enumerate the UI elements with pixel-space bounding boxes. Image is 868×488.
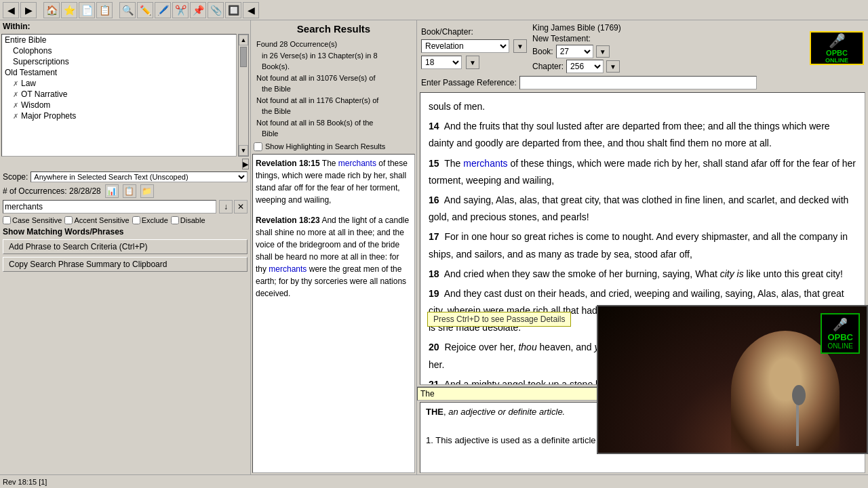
case-sensitive-checkbox[interactable] [3,216,11,224]
tree-item-colophons[interactable]: Colophons [2,45,236,56]
phrase-clear-btn[interactable]: ✕ [234,200,248,214]
occ-btn2[interactable]: 📋 [123,184,136,198]
case-sensitive-label[interactable]: Case Sensitive [3,216,62,224]
tree-item-entire-bible[interactable]: Entire Bible [2,35,236,45]
tree-scroll-track [239,45,248,145]
add-phrase-button[interactable]: Add Phrase to Search Criteria (Ctrl+P) [3,239,248,254]
video-opbc-badge: 🎤 OPBC ONLINE [821,313,860,354]
occurrences-text: # of Occurrences: 28/28/28 [3,186,101,196]
verse-14: 14 And the fruits that thy soul lusted a… [429,118,856,152]
book-dropdown-btn[interactable]: ▼ [513,39,527,53]
def-pos: an adjective or definite article. [448,407,565,417]
tree-scroll-thumb[interactable] [240,47,247,67]
tree-scroll-up[interactable]: ▲ [239,35,248,45]
verse-18: 18 And cried when they saw the smoke of … [429,266,856,283]
passage-ref-input[interactable] [519,76,757,89]
pencil-button[interactable]: ✏️ [137,2,153,18]
verse-15-merchants-link[interactable]: merchants [463,158,507,169]
show-highlighting-checkbox[interactable] [254,142,262,151]
results-stats: Found 28 Occurrence(s) in 26 Verse(s) in… [251,37,416,141]
phrase-sort-btn[interactable]: ↓ [219,200,233,214]
stat-8: Not found at all in 58 Book(s) of the [256,117,411,129]
pen-button[interactable]: 🖊️ [155,2,171,18]
stat-9: Bible [262,128,411,140]
result-link-merchants-2[interactable]: merchants [269,264,307,274]
exclude-label[interactable]: Exclude [132,216,168,224]
chapter-select[interactable]: 18 [421,56,462,69]
book-chapter-row: Book/Chapter: [421,27,527,37]
passage-ref-row: Enter Passage Reference: [421,76,864,89]
occ-btn1[interactable]: 📊 [105,184,119,198]
book-chapter-area: Book/Chapter: Revelation ▼ 18 [421,27,527,69]
verse-text-17: For in one hour so great riches is come … [429,231,848,259]
highlight-button[interactable]: ✂️ [172,2,189,18]
tree-item-law[interactable]: ✗Law [2,78,236,89]
result-ref-1[interactable]: Revelation 18:15 [256,159,320,168]
book-chapter-label: Book/Chapter: [421,27,473,37]
book-num-dropdown[interactable]: ▼ [596,45,610,58]
tree-item-old-testament[interactable]: Old Testament [2,67,236,78]
doc-button[interactable]: 📄 [79,2,95,18]
exclude-checkbox[interactable] [132,216,140,224]
link-button[interactable]: 📎 [208,2,224,18]
verse-num-21: 21 [429,379,439,385]
tree-item-wisdom[interactable]: ✗Wisdom [2,100,236,110]
arrow-button[interactable]: ◀ [243,2,259,18]
forward-button[interactable]: ▶ [20,2,37,18]
right-header: Book/Chapter: Revelation ▼ 18 [417,20,868,92]
tree-list[interactable]: Entire Bible Colophons Superscriptions O… [1,34,237,157]
clipboard-button[interactable]: 📋 [96,2,113,18]
tooltip-text: Press Ctrl+D to see Passage Details [433,314,565,324]
opbc-logo-container: 🎤 OPBC ONLINE [810,31,864,65]
tree-item-ot-narrative[interactable]: ✗OT Narrative [2,89,236,100]
verse-num-17: 17 [429,231,439,242]
pin-button[interactable]: 📌 [190,2,206,18]
book-select-row: Revelation ▼ [421,39,527,53]
result-ref-2[interactable]: Revelation 18:23 [256,216,320,225]
phrase-input[interactable] [3,200,216,214]
book-select[interactable]: Revelation [421,39,509,53]
tree-scroll-down[interactable]: ▼ [239,145,248,156]
verse-intro-text: souls of men. [429,101,485,112]
verse-16: 16 And saying, Alas, alas, that great ci… [429,192,856,226]
status-bar: Rev 18:15 [1] [0,474,868,488]
verse-num-16: 16 [429,195,439,205]
verse-num-20: 20 [429,342,439,352]
results-panel: Search Results Found 28 Occurrence(s) in… [251,20,417,474]
passage-details-tooltip: Press Ctrl+D to see Passage Details [427,312,571,327]
result-link-merchants-1[interactable]: merchants [338,159,376,168]
tree-scrollbar[interactable]: ▲ ▼ [238,34,249,157]
search-button[interactable]: 🔍 [119,2,136,18]
book-number-select[interactable]: 27 [556,45,593,58]
results-scroll[interactable]: Revelation 18:15 The merchants of these … [252,154,415,474]
tree-item-superscriptions[interactable]: Superscriptions [2,56,236,67]
back-button[interactable]: ◀ [3,2,19,18]
expand-arrow-btn[interactable]: ▶ [242,159,249,169]
chapter-num-dropdown[interactable]: ▼ [606,60,620,73]
matching-words-row: Show Matching Words/Phrases [0,226,250,238]
verse-num-14: 14 [429,121,439,131]
verse-text-14: And the fruits that thy soul lusted afte… [429,121,830,148]
tree-container: Entire Bible Colophons Superscriptions O… [0,33,250,158]
accent-sensitive-text: Accent Sensitive [74,216,129,224]
within-label: Within: [0,20,250,33]
accent-sensitive-label[interactable]: Accent Sensitive [64,216,129,224]
disable-checkbox[interactable] [171,216,179,224]
accent-sensitive-checkbox[interactable] [64,216,73,224]
box-button[interactable]: 🔲 [225,2,241,18]
disable-label[interactable]: Disable [171,216,205,224]
verse-num-18: 18 [429,268,439,279]
verse-17: 17 For in one hour so great riches is co… [429,228,856,262]
chapter-full-select[interactable]: 256 [566,60,604,73]
chapter-dropdown-btn[interactable]: ▼ [466,56,479,69]
home-button[interactable]: 🏠 [43,2,60,18]
mic-head [792,385,806,405]
scope-select[interactable]: Anywhere in Selected Search Text (Unscop… [31,171,248,182]
occ-btn3[interactable]: 📁 [140,184,154,198]
copy-summary-button[interactable]: Copy Search Phrase Summary to Clipboard [3,257,248,272]
chapter-label: Chapter: [532,62,564,71]
mic-icon: 🎤 [829,33,846,49]
tree-item-major-prophets[interactable]: ✗Major Prophets [2,110,236,121]
bookmark-button[interactable]: ⭐ [61,2,77,18]
video-content: 🎤 OPBC ONLINE [598,306,867,453]
